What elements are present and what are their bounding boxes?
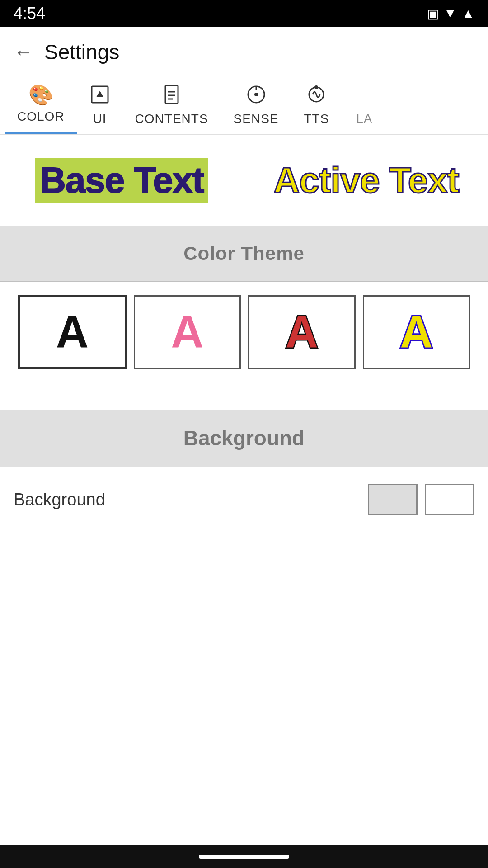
tab-contents[interactable]: CONTENTS [122,78,221,134]
tab-color-label: COLOR [17,109,65,124]
page-title: Settings [44,40,119,64]
theme-picker: A A A A [0,282,488,382]
status-bar: 4:54 ▣ ▼ ▲ [0,0,488,27]
theme-option-red-black[interactable]: A [248,295,356,369]
background-label: Background [14,490,105,509]
preview-section: Base Text Active Text [0,135,488,226]
theme-plain-letter: A [56,306,89,358]
bottom-indicator [199,855,289,859]
tab-tts[interactable]: TTS [291,78,342,134]
tab-la[interactable]: LA [342,103,387,134]
status-time: 4:54 [14,4,45,23]
bottom-bar [0,845,488,868]
top-bar: ← Settings [0,27,488,77]
sense-tab-icon [246,85,266,109]
section-gap [0,382,488,410]
tts-tab-icon [306,85,326,109]
tab-sense[interactable]: SENSE [221,78,291,134]
color-theme-title: Color Theme [183,243,305,264]
active-text: Active Text [274,160,459,201]
tab-sense-label: SENSE [234,112,279,126]
preview-active[interactable]: Active Text [244,135,488,226]
theme-option-yellow-blue[interactable]: A [363,295,470,369]
theme-option-plain[interactable]: A [18,295,127,369]
wifi-icon: ▼ [444,6,457,21]
tab-color[interactable]: 🎨 COLOR [5,77,77,134]
tab-contents-label: CONTENTS [135,112,208,126]
tab-ui-label: UI [93,112,107,126]
contents-tab-icon [162,85,182,109]
tab-ui[interactable]: UI [77,78,122,134]
svg-point-10 [314,85,318,89]
back-button[interactable]: ← [14,42,33,62]
svg-point-7 [254,93,258,96]
background-section-title: Background [183,426,305,450]
background-section-header: Background [0,410,488,467]
swatch-white[interactable] [425,484,474,515]
signal-icon: ▲ [462,6,474,21]
ui-tab-icon [90,85,110,109]
color-tab-icon: 🎨 [28,83,53,107]
preview-base[interactable]: Base Text [0,135,244,226]
background-row: Background [0,467,488,532]
theme-red-black-letter: A [286,306,318,358]
svg-rect-2 [165,85,178,104]
theme-pink-letter: A [171,306,203,358]
swatch-gray[interactable] [368,484,418,515]
color-theme-section-header: Color Theme [0,226,488,281]
tab-tts-label: TTS [304,112,329,126]
svg-marker-1 [96,91,103,97]
tab-la-label: LA [356,112,372,126]
sim-icon: ▣ [427,6,439,21]
base-text: Base Text [35,158,208,203]
status-icons: ▣ ▼ ▲ [427,6,474,21]
theme-yellow-blue-letter: A [400,306,432,358]
theme-option-pink[interactable]: A [134,295,241,369]
tab-bar: 🎨 COLOR UI CONTENTS [0,77,488,135]
background-swatches [368,484,474,515]
